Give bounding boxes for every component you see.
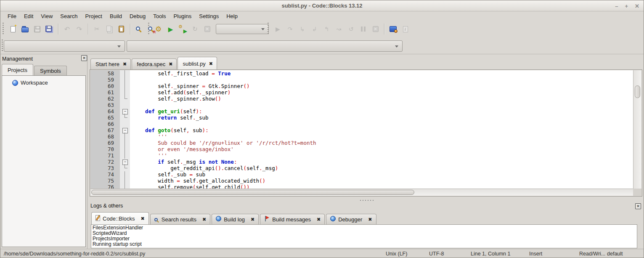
tab-close-icon[interactable]: ✖: [169, 61, 172, 67]
menu-edit[interactable]: Edit: [20, 12, 37, 20]
line-number: 71: [90, 152, 120, 159]
line-number: 70: [90, 146, 120, 152]
title-bar[interactable]: sublist.py - Code::Blocks 13.12 – + ✕: [0, 0, 644, 11]
code-text: width = self.get_allocated_width(): [130, 178, 265, 184]
log-tab-search-results[interactable]: Search results✖: [150, 214, 210, 224]
tab-close-icon[interactable]: ✖: [123, 61, 127, 67]
paste-icon[interactable]: [116, 24, 127, 35]
code-completion-scope-combo[interactable]: [4, 40, 125, 52]
status-eol-mode: Unix (LF): [386, 251, 407, 257]
log-tab-label: Build messages: [272, 216, 311, 223]
close-logs-button[interactable]: ✕: [635, 203, 641, 209]
fold-toggle-icon[interactable]: [120, 108, 130, 114]
toolbar-separator: [58, 24, 58, 35]
build-icon[interactable]: ⚙: [153, 24, 164, 35]
splitter-grip-icon: [360, 200, 374, 201]
menu-help[interactable]: Help: [223, 12, 241, 20]
editor-tab-fedora-spec[interactable]: fedora.spec✖: [132, 59, 177, 69]
fold-toggle-icon[interactable]: [120, 159, 130, 165]
tab-projects[interactable]: Projects: [2, 64, 33, 75]
menu-plugins[interactable]: Plugins: [170, 12, 196, 20]
tab-close-icon[interactable]: ✖: [209, 61, 213, 66]
log-tab-build-log[interactable]: Build log✖: [212, 214, 259, 224]
close-management-button[interactable]: ✕: [81, 55, 87, 61]
code-text: get_reddit_api().cancel(self._msg): [130, 165, 278, 171]
main-toolbar: ✦↶↷✂R: [1, 21, 157, 37]
log-tab-build-messages[interactable]: Build messages✖: [260, 214, 325, 224]
menu-view[interactable]: View: [37, 12, 56, 20]
tree-item-workspace[interactable]: Workspace: [2, 76, 85, 86]
menu-debug[interactable]: Debug: [126, 12, 149, 20]
fold-toggle-icon[interactable]: [120, 127, 130, 133]
code-text: self._first_load = True: [130, 70, 231, 77]
menu-build[interactable]: Build: [106, 12, 126, 20]
new-file-icon[interactable]: ✦: [7, 24, 19, 35]
projects-tree[interactable]: Workspace: [2, 75, 86, 247]
toolbar-grip[interactable]: [3, 23, 4, 35]
editor-tab-start-here[interactable]: Start here✖: [90, 59, 131, 69]
save-all-icon[interactable]: [44, 24, 55, 35]
compiler-toolbar: ⚙▶⚙▶↻✕: [147, 21, 269, 37]
line-number: 72: [90, 159, 120, 165]
status-readwrite: Read/Wri...: [579, 251, 605, 257]
close-button[interactable]: ✕: [635, 3, 639, 9]
menu-file[interactable]: File: [4, 12, 20, 20]
menu-tools[interactable]: Tools: [149, 12, 170, 20]
debug-continue-icon: ▶: [272, 24, 284, 35]
editor-tab-sublist-py[interactable]: sublist.py✖: [178, 57, 217, 69]
line-number: 59: [90, 77, 120, 83]
next-line-icon: ↳: [297, 24, 308, 35]
tab-close-icon[interactable]: ✖: [202, 217, 206, 222]
tab-symbols[interactable]: Symbols: [34, 66, 67, 75]
codeblocks-window: sublist.py - Code::Blocks 13.12 – + ✕ Fi…: [0, 0, 644, 258]
fold-margin: [120, 114, 130, 121]
run-icon[interactable]: ▶: [165, 24, 176, 35]
code-line-73: 73 get_reddit_api().cancel(self._msg): [90, 165, 634, 171]
line-number: 64: [90, 108, 120, 114]
toolbar-grip[interactable]: [2, 40, 3, 52]
menu-settings[interactable]: Settings: [195, 12, 223, 20]
code-text: self._spinner = Gtk.Spinner(): [130, 83, 250, 89]
horizontal-scrollbar-thumb[interactable]: [91, 190, 414, 195]
blue-gear-icon: [330, 216, 336, 223]
tab-close-icon[interactable]: ✖: [317, 217, 321, 222]
status-file-path: /home/sde/Downloads/something-for-reddit…: [4, 251, 145, 257]
menu-project[interactable]: Project: [82, 12, 106, 20]
code-line-70: 70 or even '/message/inbox': [90, 146, 634, 152]
code-line-61: 61 self.add(self._spinner): [90, 89, 634, 96]
code-completion-symbol-combo[interactable]: [127, 40, 403, 52]
logs-panel-title: Logs & others: [90, 203, 123, 209]
open-file-icon[interactable]: [19, 24, 31, 35]
log-tab-debugger[interactable]: Debugger✖: [326, 214, 376, 224]
log-tab-code-blocks[interactable]: Code::Blocks✖: [91, 212, 149, 224]
menu-bar: FileEditViewSearchProjectBuildDebugTools…: [0, 11, 644, 21]
fold-margin: [120, 83, 130, 89]
panel-splitter[interactable]: [89, 198, 644, 202]
code-line-68: 68 ''': [90, 133, 634, 140]
tab-close-icon[interactable]: ✖: [368, 217, 372, 222]
toolbar-grip[interactable]: [268, 23, 269, 35]
code-text: def get_uri(self):: [130, 108, 202, 114]
editor-vertical-scrollbar[interactable]: [633, 70, 641, 189]
code-editor[interactable]: 58 self._first_load = True5960 self._spi…: [90, 70, 634, 189]
code-text: [130, 77, 133, 83]
minimize-button[interactable]: –: [615, 3, 618, 9]
line-number: 67: [90, 127, 120, 133]
editor-horizontal-scrollbar[interactable]: [90, 189, 634, 196]
vertical-scrollbar-thumb[interactable]: [635, 85, 640, 98]
menu-search[interactable]: Search: [56, 12, 81, 20]
debugging-windows-icon[interactable]: [387, 24, 399, 35]
codeblocks-log-output[interactable]: FilesExtensionHandlerScriptedWizardProje…: [91, 224, 637, 248]
find-icon[interactable]: [133, 24, 145, 35]
code-text: ''': [130, 152, 167, 159]
line-number: 61: [90, 89, 120, 96]
toolbar-grip[interactable]: [148, 23, 149, 35]
line-number: 73: [90, 165, 120, 171]
maximize-button[interactable]: +: [625, 3, 628, 9]
build-target-combo[interactable]: [216, 24, 269, 34]
status-insert-mode: Insert: [529, 251, 542, 257]
build-and-run-icon[interactable]: ⚙▶: [177, 24, 188, 35]
code-line-62: 62 self._spinner.show(): [90, 96, 634, 102]
tab-close-icon[interactable]: ✖: [141, 216, 145, 221]
tab-close-icon[interactable]: ✖: [251, 217, 254, 222]
